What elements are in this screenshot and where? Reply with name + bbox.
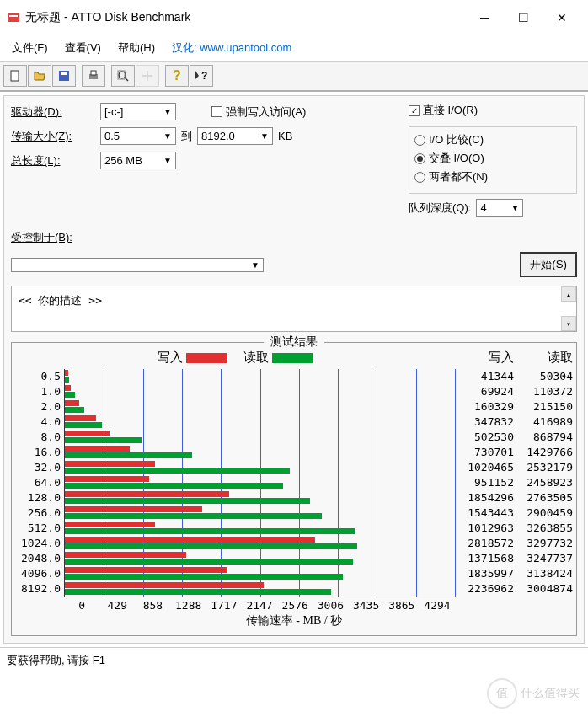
x-axis-labels: 042985812881717214725763006343538654294	[64, 599, 455, 612]
y-axis-labels: 0.51.02.04.08.016.032.064.0128.0256.0512…	[15, 369, 64, 597]
svg-rect-2	[11, 71, 19, 81]
svg-rect-6	[91, 71, 96, 75]
svg-rect-0	[8, 13, 19, 22]
write-swatch	[186, 353, 227, 363]
move-button[interactable]	[136, 65, 159, 87]
data-columns: 4134450304699241103721603292151503478324…	[455, 369, 573, 597]
queue-depth-select[interactable]: 4▼	[476, 199, 523, 217]
force-write-checkbox[interactable]: 强制写入访问(A)	[211, 104, 306, 120]
read-swatch	[272, 353, 313, 363]
results-panel: 测试结果 写入 读取 写入 读取 0.51.02.04.08.016.032.0…	[11, 342, 577, 636]
preview-button[interactable]	[111, 65, 135, 87]
start-button[interactable]: 开始(S)	[520, 252, 577, 277]
direct-io-checkbox[interactable]: ✓直接 I/O(R)	[409, 103, 577, 118]
overlap-io-radio[interactable]: 交叠 I/O(O)	[414, 151, 571, 166]
bars-area	[64, 369, 455, 597]
to-label: 到	[181, 129, 192, 144]
kb-label: KB	[278, 130, 292, 142]
menu-localization[interactable]: 汉化: www.upantool.com	[163, 37, 300, 59]
drive-label: 驱动器(D):	[11, 104, 95, 120]
open-button[interactable]	[28, 65, 51, 87]
app-icon	[7, 11, 20, 24]
menubar: 文件(F) 查看(V) 帮助(H) 汉化: www.upantool.com	[0, 35, 588, 62]
window-title: 无标题 - ATTO Disk Benchmark	[25, 10, 465, 25]
new-button[interactable]	[3, 65, 27, 87]
length-select[interactable]: 256 MB▼	[100, 152, 176, 169]
neither-radio[interactable]: 两者都不(N)	[414, 169, 571, 185]
scroll-up-icon[interactable]: ▴	[561, 286, 576, 302]
svg-rect-1	[9, 15, 18, 17]
legend: 写入 读取	[15, 350, 455, 366]
main-panel: 驱动器(D): [-c-]▼ 强制写入访问(A) 传输大小(Z): 0.5▼ 到…	[3, 95, 585, 644]
transfer-to-select[interactable]: 8192.0▼	[197, 127, 273, 145]
controlled-select[interactable]: ▼	[11, 258, 264, 272]
length-label: 总长度(L):	[11, 153, 95, 169]
results-title: 测试结果	[264, 334, 324, 350]
write-col-header: 写入	[455, 350, 514, 369]
menu-file[interactable]: 文件(F)	[3, 37, 56, 59]
scroll-down-icon[interactable]: ▾	[561, 316, 576, 331]
save-button[interactable]	[52, 65, 76, 87]
toolbar: ? ?	[0, 62, 588, 92]
minimize-button[interactable]: ─	[465, 5, 504, 30]
menu-view[interactable]: 查看(V)	[56, 37, 110, 59]
svg-text:?: ?	[201, 70, 207, 82]
drive-select[interactable]: [-c-]▼	[100, 103, 176, 120]
close-button[interactable]: ✕	[543, 5, 581, 30]
statusbar: 要获得帮助, 请按 F1	[0, 647, 588, 673]
whats-this-button[interactable]: ?	[190, 65, 213, 87]
transfer-label: 传输大小(Z):	[11, 129, 95, 144]
transfer-from-select[interactable]: 0.5▼	[100, 127, 176, 145]
read-col-header: 读取	[514, 350, 573, 369]
svg-line-8	[125, 78, 128, 81]
menu-help[interactable]: 帮助(H)	[110, 37, 163, 59]
description-box[interactable]: << 你的描述 >> ▴ ▾	[11, 286, 577, 332]
help-button[interactable]: ?	[165, 65, 189, 87]
maximize-button[interactable]: ☐	[504, 5, 543, 30]
queue-depth-label: 队列深度(Q):	[409, 201, 471, 216]
controlled-label: 受控制于(B):	[11, 230, 95, 245]
titlebar: 无标题 - ATTO Disk Benchmark ─ ☐ ✕	[0, 0, 588, 35]
io-compare-radio[interactable]: I/O 比较(C)	[414, 132, 571, 147]
print-button[interactable]	[82, 65, 105, 87]
io-mode-group: I/O 比较(C) 交叠 I/O(O) 两者都不(N)	[409, 126, 577, 194]
svg-rect-4	[61, 72, 67, 75]
x-axis-title: 传输速率 - MB / 秒	[15, 613, 573, 629]
